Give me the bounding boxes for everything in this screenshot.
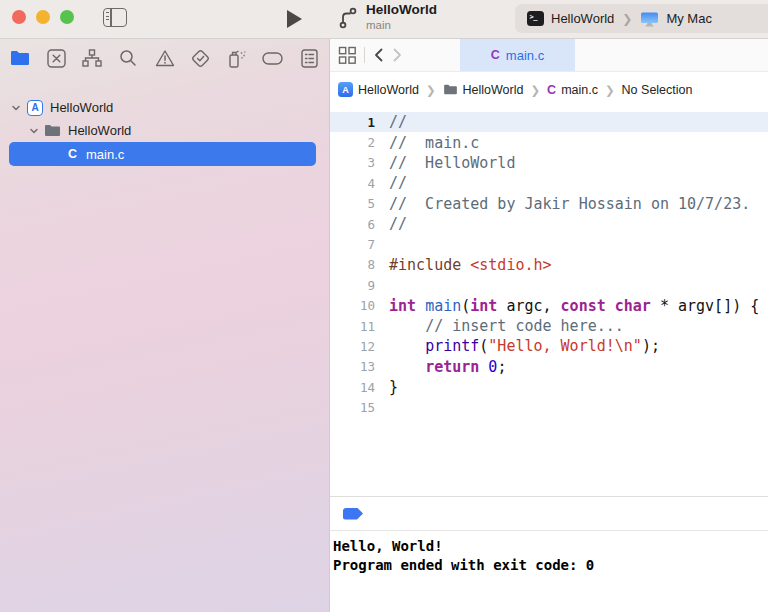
debug-bar	[330, 496, 768, 531]
line-number[interactable]: 11	[330, 319, 375, 334]
navigator-tab-reports[interactable]	[298, 47, 320, 69]
line-number[interactable]: 2	[330, 135, 375, 150]
editor-tab-bar: C main.c	[330, 39, 768, 72]
navigator-tab-bar	[0, 39, 329, 77]
tree-item-label: main.c	[86, 147, 124, 162]
jumpbar-item-project[interactable]: HelloWorld	[358, 83, 419, 97]
jumpbar-item-file[interactable]: main.c	[561, 83, 598, 97]
code-text: // main.c	[389, 134, 479, 152]
toolbar-separator	[364, 47, 365, 63]
project-icon[interactable]: A	[338, 82, 353, 97]
code-text: int main(int argc, const char * argv[]) …	[389, 297, 759, 315]
tree-item-file-selected[interactable]: C main.c	[0, 142, 329, 166]
code-line[interactable]: 3// HelloWorld	[330, 153, 768, 173]
code-line[interactable]: 15	[330, 397, 768, 417]
code-text: #include <stdio.h>	[389, 256, 552, 274]
navigator-tab-debug[interactable]	[226, 47, 248, 69]
code-text: //	[389, 215, 407, 233]
chevron-down-icon[interactable]	[29, 126, 39, 136]
code-line[interactable]: 14}	[330, 377, 768, 397]
xcode-project-icon: A	[27, 100, 43, 116]
code-line[interactable]: 11 // insert code here...	[330, 316, 768, 336]
window-zoom-button[interactable]	[60, 10, 74, 24]
line-number[interactable]: 8	[330, 257, 375, 272]
code-line[interactable]: 2// main.c	[330, 132, 768, 152]
tree-item-label: HelloWorld	[68, 123, 131, 138]
editor-pane: C main.c A HelloWorld ❯ HelloWorld ❯ C m…	[330, 39, 768, 612]
navigator-tab-tests[interactable]	[190, 47, 212, 69]
scheme-branch: main	[366, 19, 437, 32]
tree-item-project[interactable]: A HelloWorld	[0, 96, 329, 119]
code-line[interactable]: 4//	[330, 173, 768, 193]
navigator-tab-breakpoints[interactable]	[262, 47, 284, 69]
run-destination-picker[interactable]: >_ HelloWorld ❯ My Mac	[515, 4, 768, 33]
chevron-down-icon[interactable]	[11, 103, 21, 113]
line-number[interactable]: 4	[330, 176, 375, 191]
console-output-line: Hello, World!	[333, 537, 768, 556]
toggle-navigator-icon[interactable]	[103, 8, 127, 27]
c-file-icon: C	[491, 48, 500, 62]
line-number[interactable]: 9	[330, 278, 375, 293]
code-line[interactable]: 8#include <stdio.h>	[330, 255, 768, 275]
code-text: //	[389, 174, 407, 192]
run-button[interactable]	[287, 10, 302, 28]
line-number[interactable]: 12	[330, 339, 375, 354]
line-number[interactable]: 3	[330, 155, 375, 170]
tree-item-group[interactable]: HelloWorld	[0, 119, 329, 142]
line-number[interactable]: 15	[330, 400, 375, 415]
tab-label: main.c	[506, 48, 544, 63]
code-line[interactable]: 13 return 0;	[330, 357, 768, 377]
line-number[interactable]: 14	[330, 380, 375, 395]
window-minimize-button[interactable]	[36, 10, 50, 24]
tab-main-c[interactable]: C main.c	[460, 39, 575, 71]
line-number[interactable]: 13	[330, 359, 375, 374]
jumpbar-item-selection[interactable]: No Selection	[622, 83, 693, 97]
destination-target: HelloWorld	[551, 11, 614, 26]
debug-console[interactable]: Hello, World! Program ended with exit co…	[330, 531, 768, 612]
code-text: // HelloWorld	[389, 154, 515, 172]
scheme-section[interactable]: HelloWorld main	[338, 3, 437, 31]
code-line[interactable]: 1//	[330, 112, 768, 132]
go-forward-icon[interactable]	[390, 47, 404, 63]
navigator-tab-find[interactable]	[117, 47, 139, 69]
jumpbar-item-group[interactable]: HelloWorld	[463, 83, 524, 97]
line-number[interactable]: 6	[330, 217, 375, 232]
code-line[interactable]: 5// Created by Jakir Hossain on 10/7/23.	[330, 194, 768, 214]
git-branch-icon	[338, 3, 358, 31]
related-items-icon[interactable]	[338, 46, 357, 65]
code-line[interactable]: 7	[330, 234, 768, 254]
source-editor[interactable]: 1//2// main.c3// HelloWorld4//5// Create…	[330, 107, 768, 496]
chevron-right-icon: ❯	[605, 83, 615, 97]
jump-bar: A HelloWorld ❯ HelloWorld ❯ C main.c ❯ N…	[330, 72, 768, 107]
navigator-sidebar: A HelloWorld HelloWorld C main.c	[0, 39, 329, 612]
code-text: // insert code here...	[389, 317, 624, 335]
line-number[interactable]: 7	[330, 237, 375, 252]
code-line[interactable]: 12 printf("Hello, World!\n");	[330, 336, 768, 356]
code-line[interactable]: 10int main(int argc, const char * argv[]…	[330, 296, 768, 316]
toolbar: HelloWorld main >_ HelloWorld ❯ My Mac	[0, 0, 768, 39]
console-output-line: Program ended with exit code: 0	[333, 556, 768, 575]
breakpoint-toggle-icon[interactable]	[343, 508, 363, 520]
code-line[interactable]: 9	[330, 275, 768, 295]
window-close-button[interactable]	[12, 10, 26, 24]
line-number[interactable]: 1	[330, 115, 375, 130]
navigator-tab-project[interactable]	[9, 47, 31, 69]
navigator-tab-issues[interactable]	[154, 47, 176, 69]
code-text: return 0;	[389, 358, 506, 376]
folder-icon	[443, 84, 458, 95]
code-text: //	[389, 113, 407, 131]
target-terminal-icon: >_	[527, 11, 544, 26]
selection-highlight	[9, 142, 316, 166]
go-back-icon[interactable]	[372, 47, 386, 63]
line-number[interactable]: 10	[330, 298, 375, 313]
folder-icon	[44, 124, 61, 137]
navigator-tab-source-control[interactable]	[45, 47, 67, 69]
tree-item-label: HelloWorld	[50, 100, 113, 115]
scheme-name: HelloWorld	[366, 3, 437, 18]
navigator-tab-symbols[interactable]	[81, 47, 103, 69]
code-text: }	[389, 378, 398, 396]
code-line[interactable]: 6//	[330, 214, 768, 234]
line-number[interactable]: 5	[330, 196, 375, 211]
code-text: // Created by Jakir Hossain on 10/7/23.	[389, 195, 750, 213]
xcode-window: HelloWorld main >_ HelloWorld ❯ My Mac	[0, 0, 768, 612]
